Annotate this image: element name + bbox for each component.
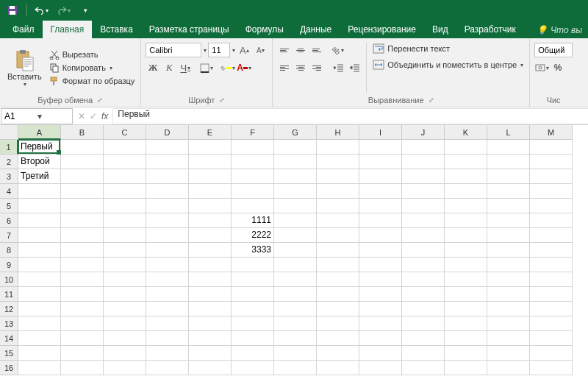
cell[interactable] [445, 361, 487, 375]
cell[interactable] [402, 302, 445, 316]
cell[interactable] [317, 287, 359, 302]
cell[interactable] [274, 228, 317, 243]
cell[interactable] [402, 140, 445, 155]
cell[interactable] [189, 243, 232, 258]
cell[interactable] [104, 258, 146, 272]
cell[interactable] [61, 316, 104, 331]
cut-button[interactable]: Вырезать [48, 49, 137, 60]
cell[interactable] [487, 155, 530, 169]
cell[interactable] [274, 184, 317, 199]
cell[interactable] [317, 228, 359, 243]
cell[interactable] [445, 184, 487, 199]
cell[interactable] [530, 346, 573, 361]
cell[interactable] [317, 272, 359, 287]
cell[interactable] [402, 331, 445, 346]
cell[interactable] [61, 272, 104, 287]
cell[interactable] [487, 346, 530, 361]
cell[interactable] [104, 140, 146, 155]
cell[interactable] [104, 361, 146, 375]
increase-font-icon[interactable]: A▴ [237, 43, 251, 57]
decrease-font-icon[interactable]: A▾ [253, 43, 268, 57]
cell[interactable] [232, 155, 274, 169]
tab-view[interactable]: Вид [424, 21, 456, 38]
cell[interactable] [402, 361, 445, 375]
cell[interactable] [317, 302, 359, 316]
cell[interactable] [274, 140, 317, 155]
cell[interactable] [18, 361, 61, 375]
cell[interactable] [146, 199, 189, 213]
cell[interactable] [104, 331, 146, 346]
align-left-icon[interactable] [277, 60, 292, 75]
cell[interactable] [61, 243, 104, 258]
cell[interactable] [104, 169, 146, 184]
cell[interactable] [189, 258, 232, 272]
cell[interactable] [317, 140, 359, 155]
cell[interactable] [359, 302, 402, 316]
enter-formula-icon[interactable]: ✓ [90, 111, 97, 121]
cell[interactable] [359, 346, 402, 361]
tab-insert[interactable]: Вставка [92, 21, 141, 38]
cell[interactable] [530, 316, 573, 331]
cell[interactable] [487, 287, 530, 302]
cell[interactable] [146, 331, 189, 346]
number-format-select[interactable] [534, 43, 573, 57]
cell[interactable] [189, 331, 232, 346]
cell[interactable] [402, 316, 445, 331]
cell[interactable] [18, 331, 61, 346]
cell[interactable] [189, 140, 232, 155]
cell[interactable] [402, 272, 445, 287]
cell[interactable] [487, 228, 530, 243]
copy-button[interactable]: Копировать▾ [48, 62, 137, 74]
tab-developer[interactable]: Разработчик [456, 21, 524, 38]
cell[interactable] [359, 184, 402, 199]
cell[interactable] [104, 228, 146, 243]
cell[interactable] [189, 346, 232, 361]
cell[interactable]: 3333 [232, 243, 274, 258]
cell[interactable] [274, 331, 317, 346]
column-header[interactable]: I [359, 125, 402, 140]
cell[interactable] [359, 331, 402, 346]
cell[interactable] [359, 287, 402, 302]
cell[interactable] [530, 140, 573, 155]
cell[interactable] [445, 169, 487, 184]
column-header[interactable]: C [104, 125, 146, 140]
format-painter-button[interactable]: Формат по образцу [48, 75, 137, 87]
cell[interactable] [146, 228, 189, 243]
cell[interactable] [189, 199, 232, 213]
cell[interactable] [146, 272, 189, 287]
cell[interactable] [530, 213, 573, 228]
cell[interactable] [232, 258, 274, 272]
font-size-input[interactable] [208, 43, 230, 57]
cell[interactable] [61, 140, 104, 155]
cell[interactable] [18, 243, 61, 258]
cell[interactable] [274, 287, 317, 302]
row-header[interactable]: 6 [0, 213, 18, 228]
tab-formulas[interactable]: Формулы [237, 21, 292, 38]
cell[interactable] [487, 169, 530, 184]
column-header[interactable]: H [317, 125, 359, 140]
cell[interactable]: Первый [18, 140, 61, 155]
paste-button[interactable]: Вставить ▾ [4, 40, 45, 96]
cell[interactable] [189, 302, 232, 316]
cell[interactable] [487, 140, 530, 155]
cell[interactable] [487, 272, 530, 287]
cell[interactable] [189, 155, 232, 169]
column-header[interactable]: L [487, 125, 530, 140]
select-all-corner[interactable] [0, 125, 18, 140]
cell[interactable] [189, 228, 232, 243]
cell[interactable] [359, 258, 402, 272]
row-header[interactable]: 7 [0, 228, 18, 243]
cell[interactable] [274, 302, 317, 316]
cell[interactable] [232, 184, 274, 199]
cell[interactable] [61, 199, 104, 213]
cell[interactable] [189, 272, 232, 287]
name-box[interactable]: A1 ▾ [1, 108, 73, 124]
cell[interactable] [104, 316, 146, 331]
tab-data[interactable]: Данные [292, 21, 340, 38]
cell[interactable] [18, 184, 61, 199]
cell[interactable] [274, 169, 317, 184]
cell[interactable] [487, 184, 530, 199]
cell[interactable] [402, 213, 445, 228]
cell[interactable] [317, 346, 359, 361]
cell[interactable] [146, 287, 189, 302]
